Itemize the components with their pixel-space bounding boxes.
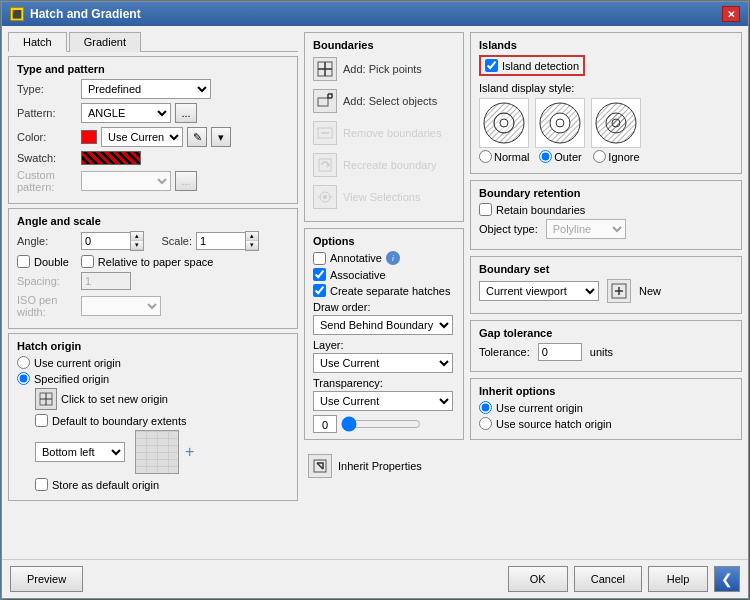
back-arrow-button[interactable]: ❮: [714, 566, 740, 592]
outer-radio-row: Outer: [539, 150, 582, 163]
outer-radio[interactable]: [539, 150, 552, 163]
tolerance-input[interactable]: [538, 343, 582, 361]
default-boundary-checkbox[interactable]: [35, 414, 48, 427]
specified-origin-radio[interactable]: [17, 372, 30, 385]
type-select[interactable]: Predefined: [81, 79, 211, 99]
tab-gradient[interactable]: Gradient: [69, 32, 141, 52]
transparency-select[interactable]: Use Current: [313, 391, 453, 411]
scale-input[interactable]: [196, 232, 246, 250]
inherit-use-current-radio[interactable]: [479, 401, 492, 414]
normal-radio-row: Normal: [479, 150, 529, 163]
color-edit-button[interactable]: ✎: [187, 127, 207, 147]
add-pick-icon: [313, 57, 337, 81]
preview-button[interactable]: Preview: [10, 566, 83, 592]
bottom-left-select[interactable]: Bottom left: [35, 442, 125, 462]
hatch-origin-title: Hatch origin: [17, 340, 289, 352]
angle-input[interactable]: [81, 232, 131, 250]
pattern-label: Pattern:: [17, 107, 77, 119]
recreate-label: Recreate boundary: [343, 159, 437, 171]
retain-boundaries-checkbox[interactable]: [479, 203, 492, 216]
color-select[interactable]: Use Current: [101, 127, 183, 147]
svg-line-15: [317, 463, 323, 469]
inherit-properties-btn[interactable]: Inherit Properties: [304, 452, 464, 480]
add-select-objects-btn[interactable]: Add: Select objects: [309, 87, 459, 115]
island-style-row: Normal: [479, 98, 733, 163]
dialog-body: Hatch Gradient Type and pattern Type: Pr…: [2, 26, 748, 559]
ignore-radio-row: Ignore: [593, 150, 639, 163]
tolerance-label: Tolerance:: [479, 346, 530, 358]
outer-svg: [536, 99, 584, 147]
help-button[interactable]: Help: [648, 566, 708, 592]
ignore-style-group: Ignore: [591, 98, 641, 163]
inherit-use-source-radio[interactable]: [479, 417, 492, 430]
options-section: Options Annotative i Associative Create …: [304, 228, 464, 440]
hatch-origin-section: Hatch origin Use current origin Specifie…: [8, 333, 298, 501]
relative-checkbox[interactable]: [81, 255, 94, 268]
pattern-browse-button[interactable]: ...: [175, 103, 197, 123]
color-dropdown-button[interactable]: ▾: [211, 127, 231, 147]
bottom-left: Preview: [10, 566, 83, 592]
boundary-set-select[interactable]: Current viewport: [479, 281, 599, 301]
ignore-radio[interactable]: [593, 150, 606, 163]
scale-down-arrow[interactable]: ▾: [246, 241, 258, 250]
draw-order-select[interactable]: Send Behind Boundary: [313, 315, 453, 335]
scale-arrows: ▴ ▾: [245, 231, 259, 251]
island-detection-checkbox[interactable]: [485, 59, 498, 72]
transparency-slider[interactable]: [341, 417, 421, 431]
island-display-label: Island display style:: [479, 82, 733, 94]
close-button[interactable]: ✕: [722, 6, 740, 22]
inherit-use-current-row: Use current origin: [479, 401, 733, 414]
layer-select[interactable]: Use Current: [313, 353, 453, 373]
middle-panel: Boundaries Add: Pick points: [304, 32, 464, 553]
normal-svg: [480, 99, 528, 147]
inherit-options-title: Inherit options: [479, 385, 733, 397]
associative-label: Associative: [330, 269, 386, 281]
layer-label: Layer:: [313, 339, 455, 351]
recreate-boundary-btn[interactable]: Recreate boundary: [309, 151, 459, 179]
color-swatch-red: [81, 130, 97, 144]
cancel-button[interactable]: Cancel: [574, 566, 642, 592]
create-separate-checkbox[interactable]: [313, 284, 326, 297]
view-label: View Selections: [343, 191, 420, 203]
double-label: Double: [34, 256, 69, 268]
add-pick-points-btn[interactable]: Add: Pick points: [309, 55, 459, 83]
store-default-row: Store as default origin: [35, 478, 289, 491]
angle-down-arrow[interactable]: ▾: [131, 241, 143, 250]
click-new-origin-row: Click to set new origin: [35, 388, 289, 410]
use-current-radio[interactable]: [17, 356, 30, 369]
spacing-label: Spacing:: [17, 275, 77, 287]
slider-value: 0: [313, 415, 337, 433]
left-panel: Hatch Gradient Type and pattern Type: Pr…: [8, 32, 298, 553]
normal-radio[interactable]: [479, 150, 492, 163]
layer-section: Layer: Use Current: [313, 339, 455, 373]
new-origin-icon[interactable]: [35, 388, 57, 410]
custom-pattern-browse-button[interactable]: ...: [175, 171, 197, 191]
boundary-retention-section: Boundary retention Retain boundaries Obj…: [470, 180, 742, 250]
transparency-section: Transparency: Use Current: [313, 377, 455, 411]
scale-up-arrow[interactable]: ▴: [246, 232, 258, 241]
tab-hatch[interactable]: Hatch: [8, 32, 67, 52]
spacing-input[interactable]: [81, 272, 131, 290]
title-bar-left: ⬛ Hatch and Gradient: [10, 7, 141, 21]
view-selections-btn[interactable]: View Selections: [309, 183, 459, 211]
islands-section: Islands Island detection Island display …: [470, 32, 742, 174]
annotative-checkbox[interactable]: [313, 252, 326, 265]
boundary-retention-title: Boundary retention: [479, 187, 733, 199]
associative-checkbox[interactable]: [313, 268, 326, 281]
remove-boundaries-btn[interactable]: Remove boundaries: [309, 119, 459, 147]
angle-scale-title: Angle and scale: [17, 215, 289, 227]
new-set-button[interactable]: [607, 279, 631, 303]
island-detection-label: Island detection: [502, 60, 579, 72]
inherit-label: Inherit Properties: [338, 460, 422, 472]
normal-label: Normal: [494, 151, 529, 163]
angle-up-arrow[interactable]: ▴: [131, 232, 143, 241]
recreate-svg: [316, 156, 334, 174]
object-type-select: Polyline: [546, 219, 626, 239]
store-default-checkbox[interactable]: [35, 478, 48, 491]
svg-point-28: [612, 119, 620, 127]
remove-icon: [313, 121, 337, 145]
pattern-select[interactable]: ANGLE: [81, 103, 171, 123]
svg-point-24: [556, 119, 564, 127]
ok-button[interactable]: OK: [508, 566, 568, 592]
double-checkbox[interactable]: [17, 255, 30, 268]
